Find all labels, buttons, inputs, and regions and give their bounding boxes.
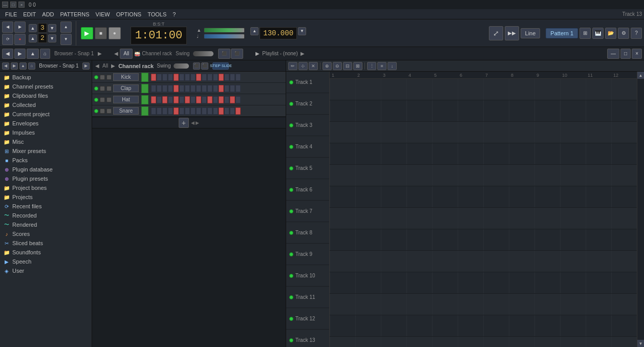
channel-pad[interactable] <box>185 96 190 103</box>
next-pattern-button[interactable]: ▶ <box>14 21 26 33</box>
menu-edit[interactable]: EDIT <box>20 9 39 19</box>
play-button[interactable]: ▶ <box>81 27 93 39</box>
channel-pad[interactable] <box>219 85 224 92</box>
playlist-grid[interactable]: 1234567891011121314 <box>330 72 637 347</box>
channel-pad[interactable] <box>196 107 201 115</box>
playlist-track-label[interactable]: Track 7 <box>286 201 329 222</box>
channel-pad[interactable] <box>213 107 218 115</box>
browser-item[interactable]: ⊞Mixer presets <box>0 146 92 156</box>
channel-pad[interactable] <box>224 96 229 103</box>
channel-pad[interactable] <box>202 85 207 92</box>
channel-volume-bar[interactable] <box>141 95 148 104</box>
channel-pad[interactable] <box>157 107 162 115</box>
browser-item[interactable]: ⟳Recent files <box>0 202 92 211</box>
stop-button[interactable]: ■ <box>95 27 107 39</box>
channel-pad[interactable] <box>168 107 173 115</box>
line-button[interactable]: Line <box>521 28 541 38</box>
menu-options[interactable]: OPTIONS <box>113 9 145 19</box>
step-display[interactable]: STEPSLIDE <box>212 62 229 70</box>
browser-fwd[interactable]: ▶ <box>11 62 18 70</box>
channel-pad[interactable] <box>168 85 173 92</box>
channel-row[interactable]: Hat <box>92 94 286 105</box>
browser-item[interactable]: 📁Channel presets <box>0 82 92 91</box>
browser-item[interactable]: 📁Current project <box>0 110 92 119</box>
mixer-button[interactable]: ⊞ <box>579 28 591 39</box>
channel-pad[interactable] <box>190 85 196 92</box>
nav-forward-button[interactable]: ▶ <box>14 49 26 59</box>
playlist-track-label[interactable]: Track 6 <box>286 179 329 201</box>
pl-mute[interactable]: ⊠ <box>353 62 362 70</box>
channel-pad[interactable] <box>235 85 241 92</box>
swing-slider[interactable] <box>193 51 213 56</box>
channel-pad[interactable] <box>224 85 229 92</box>
pl-snap[interactable]: ⊟ <box>343 62 352 70</box>
playlist-track-label[interactable]: Track 4 <box>286 136 329 158</box>
channel-pad[interactable] <box>230 107 235 115</box>
channel-pad[interactable] <box>230 74 235 81</box>
channel-pad[interactable] <box>213 85 218 92</box>
prev-pattern-button[interactable]: ◀ <box>2 21 13 33</box>
playlist-track-label[interactable]: Track 8 <box>286 222 329 244</box>
playlist-track-row[interactable] <box>330 315 637 337</box>
step-button[interactable]: ⬛ <box>218 49 230 59</box>
browser-up[interactable]: ▲ <box>19 62 27 70</box>
nav-back-button[interactable]: ◀ <box>2 49 13 59</box>
channel-mute-button[interactable] <box>100 75 105 80</box>
playlist-track-label[interactable]: Track 9 <box>286 244 329 265</box>
close-button[interactable]: × <box>18 2 25 8</box>
channel-mute-button[interactable] <box>100 109 105 114</box>
channel-pad[interactable] <box>190 74 196 81</box>
playlist-track-label[interactable]: Track 1 <box>286 72 329 93</box>
browser-button[interactable]: 📂 <box>605 28 616 39</box>
browser-item[interactable]: 〜Recorded <box>0 211 92 220</box>
cr-step-btn1[interactable]: ⬛ <box>193 62 200 70</box>
pl-select-tool[interactable]: ⊹ <box>298 62 308 70</box>
browser-item[interactable]: ⊕Plugin presets <box>0 174 92 183</box>
cr-nav-left[interactable]: ◀ <box>95 63 99 69</box>
minimize-button[interactable]: — <box>2 2 8 8</box>
playlist-track-row[interactable] <box>330 272 637 294</box>
pl-import[interactable]: ↓ <box>388 62 397 70</box>
channel-pad[interactable] <box>174 96 179 103</box>
channel-pad[interactable] <box>162 74 167 81</box>
menu-tools[interactable]: TOOLS <box>144 9 169 19</box>
channel-mute-button[interactable] <box>100 97 105 102</box>
channel-pad[interactable] <box>196 74 201 81</box>
channel-pad[interactable] <box>174 74 179 81</box>
forward-button[interactable]: ▶▶ <box>505 26 519 40</box>
playlist-track-row[interactable] <box>330 122 637 143</box>
channel-volume-bar[interactable] <box>141 84 148 93</box>
channel-pad[interactable] <box>157 96 162 103</box>
playlist-close[interactable]: × <box>632 49 642 59</box>
browser-item[interactable]: ▶Speech <box>0 257 92 266</box>
channel-pad[interactable] <box>202 96 207 103</box>
channel-pad[interactable] <box>190 107 196 115</box>
record-audio-button[interactable]: ● <box>109 27 121 39</box>
channel-pad[interactable] <box>202 107 207 115</box>
pattern-up[interactable]: ▲ <box>60 21 72 33</box>
piano-roll-button[interactable]: 🎹 <box>592 28 604 39</box>
channel-pad[interactable] <box>224 74 229 81</box>
browser-item[interactable]: 📁Misc <box>0 137 92 146</box>
channel-pad[interactable] <box>202 74 207 81</box>
help-button[interactable]: ? <box>631 28 642 39</box>
channel-pad[interactable] <box>207 74 212 81</box>
browser-item[interactable]: ■Packs <box>0 156 92 165</box>
playlist-track-label[interactable]: Track 13 <box>286 330 329 347</box>
browser-item[interactable]: 📁Collected <box>0 100 92 110</box>
channel-pad[interactable] <box>151 107 156 115</box>
browser-back[interactable]: ◀ <box>2 62 9 70</box>
channel-pad[interactable] <box>168 96 173 103</box>
channel-pad[interactable] <box>168 74 173 81</box>
swing-knob[interactable] <box>174 63 189 69</box>
channel-rack-nav[interactable]: ◀ <box>114 51 118 56</box>
browser-item[interactable]: ✂Sliced beats <box>0 238 92 248</box>
playlist-nav[interactable]: ▶ <box>300 51 305 56</box>
settings-button[interactable]: ⚙ <box>618 28 629 39</box>
playlist-minimize[interactable]: — <box>607 49 619 59</box>
pl-erase-tool[interactable]: ✕ <box>309 62 318 70</box>
channel-row[interactable]: Kick <box>92 72 286 83</box>
browser-item[interactable]: ⊕Plugin database <box>0 165 92 174</box>
pl-zoom-in[interactable]: ⊕ <box>323 62 332 70</box>
browser-right-btn[interactable]: ▶ <box>98 51 102 56</box>
